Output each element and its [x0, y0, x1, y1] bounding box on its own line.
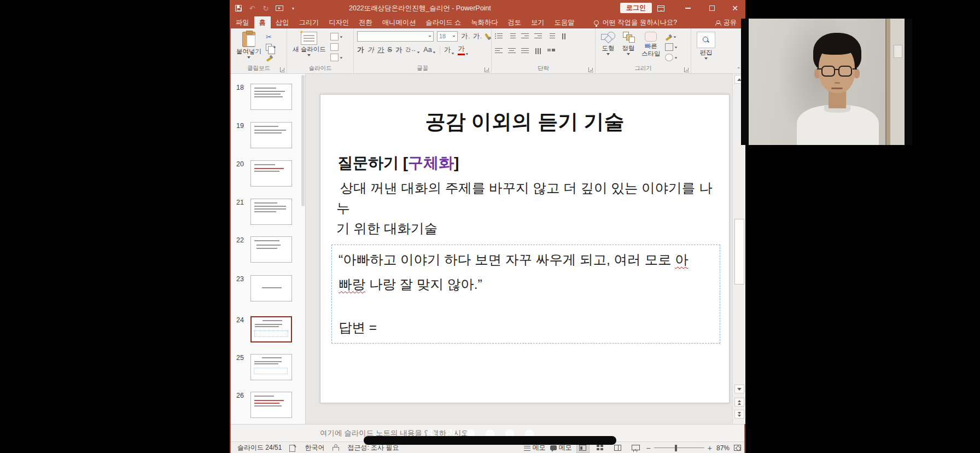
reset-slide-button[interactable] — [330, 43, 343, 51]
arrange-button[interactable]: 정렬 — [620, 31, 637, 56]
start-slideshow-icon[interactable] — [275, 4, 284, 13]
tab-file[interactable]: 파일 — [231, 16, 254, 28]
thumbnail-slide-18[interactable]: 18 — [231, 84, 305, 117]
slide-layout-button[interactable] — [330, 32, 343, 41]
section-button[interactable] — [330, 53, 343, 62]
slide-body-text[interactable]: 상대 꺼낸 대화의 주제를 바꾸지 않고 더 깊이 있는 이야기를 나누기 위한… — [336, 178, 722, 239]
font-size-combo[interactable]: 18 — [437, 31, 458, 42]
thumbnail-slide-21[interactable]: 21 — [231, 199, 305, 231]
close-button[interactable]: ✕ — [724, 0, 746, 16]
maximize-button[interactable] — [701, 0, 723, 16]
shapes-button[interactable]: 도형 — [599, 31, 617, 56]
tab-transitions[interactable]: 전환 — [354, 16, 377, 28]
tab-draw[interactable]: 그리기 — [294, 16, 324, 28]
zoom-percentage[interactable]: 87% — [716, 444, 730, 452]
font-name-combo[interactable] — [357, 31, 434, 42]
tab-design[interactable]: 디자인 — [324, 16, 354, 28]
tab-view[interactable]: 보기 — [526, 16, 550, 28]
paste-dropdown-icon[interactable] — [247, 56, 250, 59]
zoom-slider[interactable]: − + — [646, 444, 712, 452]
slide-canvas[interactable]: 공감 이외의 듣기 기술 질문하기 [구체화] 상대 꺼낸 대화의 주제를 바꾸… — [320, 94, 730, 403]
login-button[interactable]: 로그인 — [620, 3, 652, 13]
bullets-button[interactable] — [495, 33, 503, 40]
zoom-track[interactable] — [654, 448, 704, 449]
underline-button[interactable]: 가 — [377, 45, 384, 55]
thumbnail-slide-25[interactable]: 25 — [231, 354, 305, 387]
editing-button[interactable]: 편집 — [695, 31, 718, 61]
collapse-ribbon-icon[interactable]: ⌃ — [737, 66, 741, 72]
tell-me-search[interactable]: 어떤 작업을 원하시나요? — [594, 16, 678, 28]
drawing-dialog-launcher[interactable] — [684, 67, 689, 72]
bold-button[interactable]: 가 — [357, 45, 364, 55]
tab-home[interactable]: 홈 — [254, 16, 271, 28]
change-case-button[interactable]: Aa — [423, 46, 435, 54]
grow-font-button[interactable]: 가ˆ — [461, 32, 470, 41]
meeting-control-bar[interactable] — [364, 436, 616, 445]
line-spacing-button[interactable] — [547, 33, 556, 40]
tab-slideshow[interactable]: 슬라이드 쇼 — [421, 16, 466, 28]
slide-title[interactable]: 공감 이외의 듣기 기술 — [320, 108, 729, 136]
paragraph-dialog-launcher[interactable] — [588, 67, 593, 72]
thumbnail-slide-22[interactable]: 22 — [231, 236, 305, 269]
customize-qat-icon[interactable]: ▾ — [289, 4, 298, 13]
clipboard-dialog-launcher[interactable] — [280, 67, 285, 72]
clear-formatting-icon[interactable] — [485, 33, 492, 40]
zoom-in-icon[interactable]: + — [708, 444, 712, 452]
shape-effects-button[interactable] — [665, 53, 678, 62]
thumbnail-slide-20[interactable]: 20 — [231, 160, 305, 193]
slideshow-view-button[interactable] — [629, 443, 642, 453]
scrollbar-thumb[interactable] — [734, 219, 744, 284]
copy-button[interactable] — [266, 43, 276, 51]
strikethrough-button[interactable]: S — [388, 46, 392, 54]
new-slide-dropdown-icon[interactable] — [307, 54, 311, 56]
thumbnail-slide-26[interactable]: 26 — [231, 392, 305, 425]
align-left-button[interactable] — [495, 48, 503, 55]
text-direction-button[interactable] — [561, 33, 569, 40]
minimize-button[interactable] — [677, 0, 699, 16]
convert-to-smartart-button[interactable] — [547, 48, 556, 55]
undo-icon[interactable]: ↶ — [248, 4, 256, 13]
tab-help[interactable]: 도움말 — [550, 16, 580, 28]
thumbnail-scrollbar[interactable] — [301, 75, 305, 206]
cut-button[interactable]: ✂ — [266, 32, 276, 41]
highlight-color-button[interactable]: 가 — [444, 45, 455, 55]
justify-button[interactable] — [521, 48, 529, 55]
italic-button[interactable]: 가 — [368, 45, 375, 55]
numbering-button[interactable] — [508, 33, 516, 40]
paste-button[interactable]: 붙여넣기 — [234, 31, 264, 60]
thumbnail-slide-23[interactable]: 23 — [231, 275, 305, 308]
font-color-button[interactable]: 가 — [458, 44, 469, 55]
shape-fill-button[interactable] — [665, 32, 678, 41]
quick-styles-button[interactable]: 빠른 스타일 — [639, 31, 663, 58]
quote-textbox[interactable]: “아빠하고 이야기 하다 보면 자꾸 싸우게 되고, 여러 모로 아 빠랑 나랑… — [331, 245, 720, 344]
increase-indent-button[interactable] — [534, 33, 542, 40]
language-indicator[interactable]: 한국어 — [305, 443, 324, 452]
tab-animations[interactable]: 애니메이션 — [377, 16, 421, 28]
tab-record[interactable]: 녹화하다 — [466, 16, 503, 28]
scroll-down-button[interactable] — [734, 385, 744, 393]
ribbon-display-options-button[interactable] — [650, 0, 672, 16]
character-spacing-button[interactable]: 간↔ — [405, 46, 420, 54]
notes-pen-icon[interactable] — [289, 444, 297, 451]
fit-slide-to-window-icon[interactable] — [734, 445, 741, 451]
zoom-out-icon[interactable]: − — [646, 444, 651, 452]
slide-subtitle[interactable]: 질문하기 [구체화] — [337, 153, 459, 173]
share-button[interactable]: 공유 — [715, 16, 737, 28]
columns-button[interactable] — [534, 48, 542, 55]
format-painter-button[interactable] — [266, 53, 276, 62]
shape-outline-button[interactable] — [665, 43, 678, 51]
redo-icon[interactable]: ↻ — [261, 4, 270, 13]
tab-insert[interactable]: 삽입 — [271, 16, 294, 28]
new-slide-button[interactable]: 새 슬라이드 — [290, 31, 328, 57]
shrink-font-button[interactable]: 가ˇ — [473, 32, 482, 41]
zoom-thumb[interactable] — [675, 445, 677, 451]
align-center-button[interactable] — [508, 48, 516, 55]
thumbnail-slide-24-selected[interactable]: 24 — [231, 316, 305, 349]
previous-slide-button[interactable] — [734, 398, 744, 406]
tab-review[interactable]: 검토 — [503, 16, 526, 28]
text-shadow-button[interactable]: 가 — [395, 45, 402, 55]
save-icon[interactable] — [234, 4, 243, 13]
font-dialog-launcher[interactable] — [485, 67, 489, 72]
next-slide-button[interactable] — [734, 410, 744, 419]
thumbnail-slide-19[interactable]: 19 — [231, 122, 305, 155]
